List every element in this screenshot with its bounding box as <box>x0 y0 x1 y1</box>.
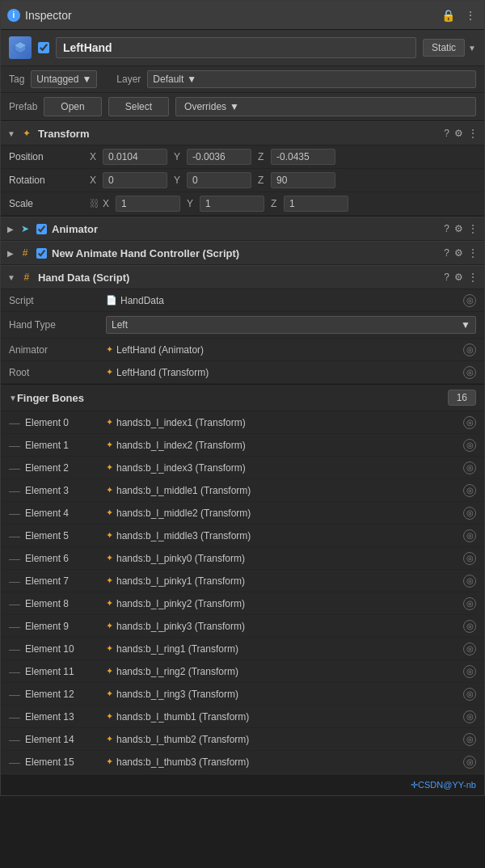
animator-field-value: ✦ LeftHand (Animator) ◎ <box>106 343 476 356</box>
transform-help-icon[interactable]: ? <box>444 128 449 139</box>
element-row-0: — Element 0 ✦ hands:b_l_index1 (Transfor… <box>1 411 484 434</box>
layer-label: Layer <box>116 74 141 85</box>
el14-target[interactable]: ◎ <box>463 733 476 746</box>
el9-target[interactable]: ◎ <box>463 620 476 633</box>
position-y-field[interactable] <box>187 149 251 165</box>
position-row: Position X Y Z <box>1 145 484 169</box>
scale-row: Scale ⛓ X Y Z <box>1 192 484 216</box>
animator-field-label: Animator <box>9 344 106 356</box>
el13-target[interactable]: ◎ <box>463 710 476 723</box>
overrides-arrow: ▼ <box>230 101 239 112</box>
scale-x-axis: X <box>103 198 116 209</box>
root-value: LeftHand (Transform) <box>116 367 209 378</box>
root-field-label: Root <box>9 367 106 378</box>
animator-field-row: Animator ✦ LeftHand (Animator) ◎ <box>1 339 484 361</box>
el0-target[interactable]: ◎ <box>463 416 476 429</box>
animate-hand-settings-icon[interactable]: ⚙ <box>454 247 463 259</box>
element-row-3: — Element 3 ✦ hands:b_l_middle1 (Transfo… <box>1 479 484 502</box>
hand-data-settings-icon[interactable]: ⚙ <box>454 272 463 283</box>
animate-hand-help-icon[interactable]: ? <box>444 247 449 259</box>
el10-target[interactable]: ◎ <box>463 643 476 655</box>
layer-dropdown[interactable]: Default ▼ <box>147 70 476 88</box>
object-name-field[interactable] <box>56 37 416 58</box>
lock-icon[interactable]: 🔒 <box>440 7 457 23</box>
layer-value: Default <box>153 74 183 85</box>
script-field-value: 📄 HandData ◎ <box>106 294 476 307</box>
hand-type-dropdown[interactable]: Left ▼ <box>106 316 476 334</box>
inspector-icon: i <box>7 9 20 22</box>
scale-y-axis: Y <box>187 198 200 209</box>
hand-data-help-icon[interactable]: ? <box>444 272 449 283</box>
prefab-label: Prefab <box>9 101 37 112</box>
el8-target[interactable]: ◎ <box>463 597 476 610</box>
transform-icon: ✦ <box>20 127 33 140</box>
script-target-circle[interactable]: ◎ <box>463 294 476 307</box>
overrides-dropdown[interactable]: Overrides ▼ <box>175 97 476 116</box>
animator-menu-icon[interactable]: ⋮ <box>468 223 478 234</box>
position-x-axis: X <box>90 151 103 162</box>
element-dash-0: — <box>9 416 25 429</box>
tag-label: Tag <box>9 74 24 85</box>
object-active-checkbox[interactable] <box>38 42 49 53</box>
animate-hand-actions: ? ⚙ ⋮ <box>444 247 478 259</box>
animator-target-circle[interactable]: ◎ <box>463 343 476 356</box>
el6-target[interactable]: ◎ <box>463 552 476 565</box>
animate-hand-active-checkbox[interactable] <box>36 248 47 259</box>
animator-component-name: Animator <box>52 223 439 235</box>
element-row-11: — Element 11 ✦ hands:b_l_ring2 (Transfor… <box>1 660 484 683</box>
scale-x-field[interactable] <box>116 196 180 212</box>
static-button[interactable]: Static <box>423 39 465 57</box>
el12-target[interactable]: ◎ <box>463 688 476 701</box>
animate-hand-component-name: New Animate Hand Controller (Script) <box>52 247 439 259</box>
root-obj-icon: ✦ <box>106 367 113 377</box>
hand-type-row: Hand Type Left ▼ <box>1 312 484 339</box>
el3-target[interactable]: ◎ <box>463 484 476 497</box>
tag-dropdown-arrow: ▼ <box>82 74 91 85</box>
el5-target[interactable]: ◎ <box>463 529 476 542</box>
tag-dropdown[interactable]: Untagged ▼ <box>31 70 97 88</box>
rotation-x-field[interactable] <box>103 172 167 188</box>
rotation-x-axis: X <box>90 175 103 186</box>
finger-bones-collapse-arrow[interactable]: ▼ <box>9 394 17 402</box>
static-dropdown-arrow[interactable]: ▼ <box>468 44 476 53</box>
watermark: ✛CSDN@YY-nb <box>411 780 476 790</box>
prefab-select-button[interactable]: Select <box>108 97 169 116</box>
transform-menu-icon[interactable]: ⋮ <box>468 128 478 139</box>
el11-target[interactable]: ◎ <box>463 665 476 678</box>
animator-collapse-arrow[interactable]: ▶ <box>7 225 14 234</box>
animate-hand-menu-icon[interactable]: ⋮ <box>468 247 478 259</box>
new-animate-hand-header: ▶ # New Animate Hand Controller (Script)… <box>1 241 484 265</box>
el15-target[interactable]: ◎ <box>463 756 476 769</box>
transform-collapse-arrow[interactable]: ▼ <box>7 129 15 138</box>
rotation-y-field[interactable] <box>187 172 251 188</box>
element-row-14: — Element 14 ✦ hands:b_l_thumb2 (Transfo… <box>1 728 484 751</box>
title-bar-left: i Inspector <box>7 9 72 22</box>
scale-z-field[interactable] <box>284 196 348 212</box>
hand-data-collapse-arrow[interactable]: ▼ <box>7 273 15 282</box>
element-value-0: ✦ hands:b_l_index1 (Transform) ◎ <box>106 416 476 429</box>
animator-component-header: ▶ ➤ Animator ? ⚙ ⋮ <box>1 217 484 241</box>
animator-settings-icon[interactable]: ⚙ <box>454 223 463 234</box>
hand-data-component-name: Hand Data (Script) <box>38 272 439 284</box>
hand-data-menu-icon[interactable]: ⋮ <box>468 272 478 283</box>
position-x-field[interactable] <box>103 149 167 165</box>
position-z-field[interactable] <box>271 149 335 165</box>
scale-y-field[interactable] <box>200 196 264 212</box>
element-row-13: — Element 13 ✦ hands:b_l_thumb1 (Transfo… <box>1 706 484 728</box>
finger-bones-header: ▼ Finger Bones 16 <box>1 385 484 411</box>
animator-help-icon[interactable]: ? <box>444 223 449 234</box>
el2-target[interactable]: ◎ <box>463 461 476 474</box>
animator-obj-icon: ✦ <box>106 344 113 355</box>
element-row-5: — Element 5 ✦ hands:b_l_middle3 (Transfo… <box>1 525 484 547</box>
menu-icon[interactable]: ⋮ <box>463 7 478 23</box>
transform-settings-icon[interactable]: ⚙ <box>454 128 463 139</box>
element-row-6: — Element 6 ✦ hands:b_l_pinky0 (Transfor… <box>1 547 484 570</box>
root-target-circle[interactable]: ◎ <box>463 366 476 379</box>
prefab-open-button[interactable]: Open <box>44 97 101 116</box>
el1-target[interactable]: ◎ <box>463 439 476 452</box>
rotation-z-field[interactable] <box>271 172 335 188</box>
el4-target[interactable]: ◎ <box>463 507 476 520</box>
animate-hand-collapse-arrow[interactable]: ▶ <box>7 249 14 258</box>
el7-target[interactable]: ◎ <box>463 575 476 588</box>
animator-active-checkbox[interactable] <box>36 224 47 234</box>
